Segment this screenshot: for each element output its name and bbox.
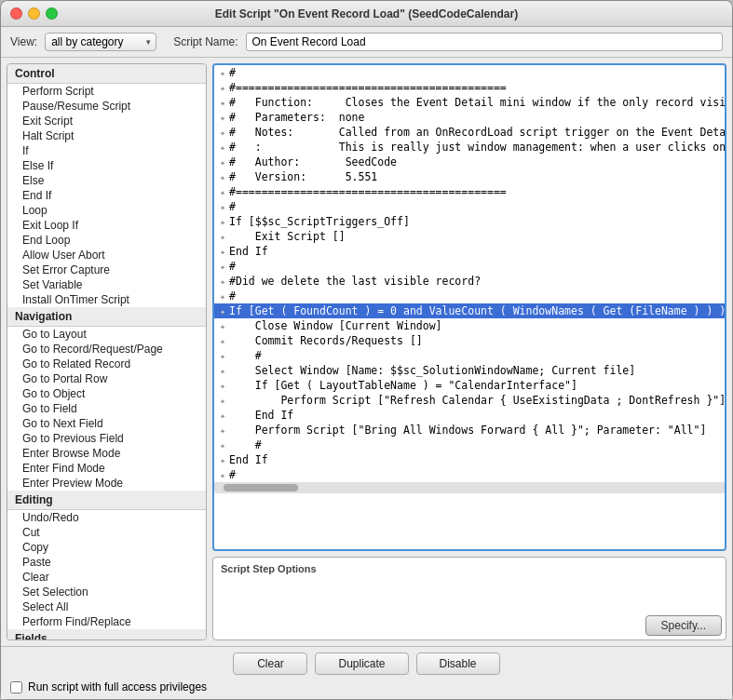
script-line: ✦ Close Window [Current Window] (214, 318, 725, 333)
sidebar-item-go-to-related-record[interactable]: Go to Related Record (7, 357, 206, 371)
script-editor[interactable]: ✦ # ✦ #=================================… (212, 63, 726, 551)
sidebar-item-exit-script[interactable]: Exit Script (7, 114, 206, 128)
specify-button[interactable]: Specify... (645, 615, 722, 636)
sidebar-item-enter-browse-mode[interactable]: Enter Browse Mode (7, 446, 206, 461)
disable-button[interactable]: Disable (416, 653, 500, 675)
sidebar-item-go-to-record[interactable]: Go to Record/Request/Page (7, 342, 206, 357)
toolbar: View: all by category Script Name: (1, 27, 732, 58)
sidebar-item-select-all[interactable]: Select All (7, 599, 206, 614)
view-select[interactable]: all by category (45, 33, 156, 51)
view-select-wrapper[interactable]: all by category (45, 33, 156, 51)
script-line: ✦ Perform Script ["Bring All Windows For… (214, 423, 725, 438)
clear-button[interactable]: Clear (233, 653, 307, 675)
sidebar-item-clear[interactable]: Clear (7, 570, 206, 585)
script-name-label: Script Name: (173, 35, 238, 48)
sidebar-item-halt-script[interactable]: Halt Script (7, 128, 206, 143)
script-line: ✦ # (214, 65, 725, 80)
script-line: ✦ Commit Records/Requests [] (214, 333, 725, 348)
sidebar[interactable]: Control Perform Script Pause/Resume Scri… (7, 63, 207, 640)
script-line: ✦ # (214, 438, 725, 452)
maximize-button[interactable] (46, 7, 58, 20)
line-handle: ✦ (220, 381, 225, 391)
sidebar-item-go-to-layout[interactable]: Go to Layout (7, 327, 206, 342)
sidebar-item-loop[interactable]: Loop (7, 203, 206, 218)
sidebar-item-pause-resume[interactable]: Pause/Resume Script (7, 99, 206, 114)
sidebar-item-undo-redo[interactable]: Undo/Redo (7, 510, 206, 525)
line-handle: ✦ (220, 321, 225, 331)
line-handle: ✦ (220, 128, 225, 138)
line-handle: ✦ (220, 411, 225, 421)
sidebar-item-if[interactable]: If (7, 143, 206, 158)
script-line: ✦ #=====================================… (214, 80, 725, 95)
sidebar-item-perform-script[interactable]: Perform Script (7, 84, 206, 99)
window: Edit Script "On Event Record Load" (Seed… (0, 0, 733, 700)
line-handle: ✦ (220, 276, 225, 287)
minimize-button[interactable] (28, 7, 40, 20)
sidebar-item-end-if[interactable]: End If (7, 188, 206, 203)
sidebar-item-exit-loop-if[interactable]: Exit Loop If (7, 218, 206, 233)
scrollbar-thumb[interactable] (224, 484, 298, 491)
line-handle: ✦ (220, 351, 225, 361)
bottom-buttons: Clear Duplicate Disable (10, 653, 723, 675)
sidebar-item-enter-find-mode[interactable]: Enter Find Mode (7, 461, 206, 476)
script-line: ✦ # Function: Closes the Event Detail mi… (214, 95, 725, 110)
script-line: ✦ Exit Script [] (214, 229, 725, 244)
sidebar-item-perform-find-replace[interactable]: Perform Find/Replace (7, 614, 206, 629)
line-handle: ✦ (220, 455, 225, 465)
script-line: ✦ If [Get ( LayoutTableName ) = "Calenda… (214, 378, 725, 393)
line-handle: ✦ (220, 98, 225, 108)
sidebar-item-set-variable[interactable]: Set Variable (7, 277, 206, 292)
sidebar-item-end-loop[interactable]: End Loop (7, 233, 206, 248)
line-handle: ✦ (220, 232, 225, 242)
sidebar-item-install-ontimer[interactable]: Install OnTimer Script (7, 292, 206, 307)
sidebar-item-allow-user-abort[interactable]: Allow User Abort (7, 248, 206, 262)
line-handle: ✦ (220, 291, 225, 302)
script-options-label: Script Step Options (217, 561, 722, 576)
sidebar-item-copy[interactable]: Copy (7, 540, 206, 555)
close-button[interactable] (10, 7, 22, 20)
sidebar-section-navigation: Navigation (7, 307, 206, 327)
sidebar-item-enter-preview-mode[interactable]: Enter Preview Mode (7, 476, 206, 491)
sidebar-item-go-to-portal-row[interactable]: Go to Portal Row (7, 371, 206, 386)
sidebar-section-editing: Editing (7, 491, 206, 510)
traffic-lights (10, 7, 58, 20)
script-line-highlighted[interactable]: ✦ If [Get ( FoundCount ) = 0 and ValueCo… (214, 303, 725, 318)
sidebar-item-else-if[interactable]: Else If (7, 158, 206, 173)
sidebar-item-go-to-next-field[interactable]: Go to Next Field (7, 416, 206, 431)
script-line: ✦ End If (214, 452, 725, 467)
script-line: ✦ # Parameters: none (214, 110, 725, 125)
title-bar: Edit Script "On Event Record Load" (Seed… (1, 1, 732, 27)
line-handle: ✦ (220, 336, 225, 346)
script-line: ✦ # (214, 289, 725, 303)
line-handle: ✦ (220, 142, 225, 153)
line-handle: ✦ (220, 217, 225, 227)
script-line: ✦ # Author: SeedCode (214, 155, 725, 169)
sidebar-section-fields: Fields (7, 629, 206, 640)
sidebar-item-go-to-object[interactable]: Go to Object (7, 386, 206, 401)
line-handle: ✦ (220, 396, 225, 406)
script-line: ✦ # Version: 5.551 (214, 169, 725, 184)
script-line: ✦ #=====================================… (214, 184, 725, 199)
line-handle: ✦ (220, 83, 225, 93)
script-line: ✦ # Notes: Called from an OnRecordLoad s… (214, 125, 725, 140)
sidebar-item-set-selection[interactable]: Set Selection (7, 585, 206, 599)
line-handle: ✦ (220, 262, 225, 272)
script-line: ✦ End If (214, 408, 725, 423)
script-line: ✦ # : This is really just window managem… (214, 140, 725, 155)
sidebar-item-go-to-field[interactable]: Go to Field (7, 401, 206, 416)
sidebar-item-set-error-capture[interactable]: Set Error Capture (7, 262, 206, 277)
line-handle: ✦ (220, 366, 225, 376)
sidebar-item-cut[interactable]: Cut (7, 525, 206, 540)
main-content: Control Perform Script Pause/Resume Scri… (1, 58, 732, 646)
duplicate-button[interactable]: Duplicate (315, 653, 408, 675)
line-handle: ✦ (220, 157, 225, 168)
run-script-checkbox[interactable] (10, 681, 22, 693)
line-handle: ✦ (220, 202, 225, 212)
sidebar-section-control: Control (7, 64, 206, 84)
horizontal-scrollbar[interactable] (214, 482, 725, 493)
sidebar-item-paste[interactable]: Paste (7, 555, 206, 570)
sidebar-item-go-to-previous-field[interactable]: Go to Previous Field (7, 431, 206, 446)
script-line: ✦ Select Window [Name: $$sc_SolutionWind… (214, 363, 725, 378)
script-name-input[interactable] (246, 33, 724, 51)
sidebar-item-else[interactable]: Else (7, 173, 206, 188)
